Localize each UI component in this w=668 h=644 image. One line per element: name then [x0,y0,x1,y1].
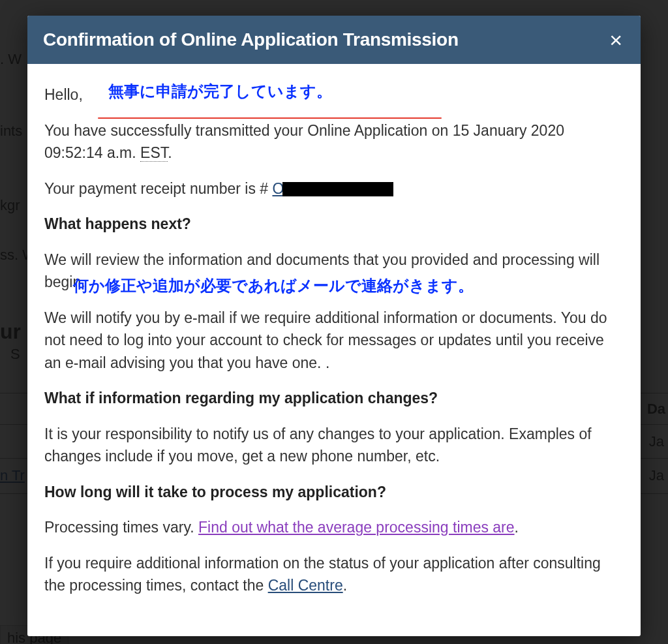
timezone-abbr: EST [140,144,168,162]
next-steps-text-2: We will notify you by e-mail if we requi… [44,307,624,375]
close-icon: × [609,27,622,52]
transmission-confirmation-text: You have successfully transmitted your O… [44,119,624,164]
processing-times-link[interactable]: Find out what the average processing tim… [198,519,515,536]
call-centre-link[interactable]: Call Centre [268,577,343,594]
heading-processing-time: How long will it take to process my appl… [44,483,386,500]
close-button[interactable]: × [607,29,625,51]
transmitted-phrase: successfully transmitted your Online App… [110,122,427,139]
processing-time-text: Processing times vary. Find out what the… [44,516,624,539]
confirmation-modal: Confirmation of Online Application Trans… [27,16,641,636]
next-steps-text-1: We will review the information and docum… [44,249,624,294]
contact-text: If you require additional information on… [44,552,624,597]
info-changes-text: It is your responsibility to notify us o… [44,423,624,468]
receipt-number-text: Your payment receipt number is # O [44,177,624,200]
text-fragment: You have [44,122,110,139]
modal-title: Confirmation of Online Application Trans… [43,29,459,50]
redacted-block [282,182,393,196]
text-fragment: . [168,144,172,161]
text-fragment: . [515,519,519,536]
heading-what-happens-next: What happens next? [44,215,191,232]
greeting-text: Hello, [44,84,624,106]
modal-header: Confirmation of Online Application Trans… [27,16,641,64]
text-fragment: Processing times vary. [44,519,198,536]
heading-info-changes: What if information regarding my applica… [44,390,438,406]
text-fragment: . [343,577,347,594]
text-fragment: Your payment receipt number is # [44,180,272,197]
modal-body: Hello, You have successfully transmitted… [27,64,641,636]
